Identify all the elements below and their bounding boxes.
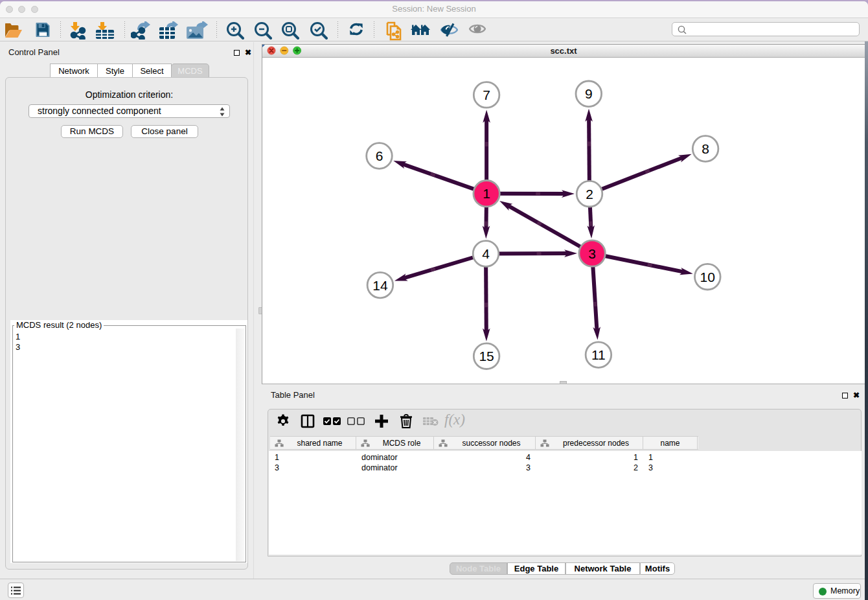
svg-text:10: 10 (700, 270, 715, 284)
svg-text:7: 7 (483, 87, 490, 102)
svg-text:1: 1 (483, 186, 490, 201)
svg-text:3: 3 (588, 246, 596, 261)
svg-text:6: 6 (376, 148, 383, 163)
svg-text:9: 9 (585, 86, 593, 101)
svg-text:4: 4 (482, 246, 490, 261)
svg-text:2: 2 (586, 187, 593, 202)
svg-text:8: 8 (702, 141, 709, 156)
svg-text:14: 14 (372, 278, 388, 293)
svg-text:15: 15 (479, 349, 494, 363)
svg-text:11: 11 (591, 347, 606, 362)
